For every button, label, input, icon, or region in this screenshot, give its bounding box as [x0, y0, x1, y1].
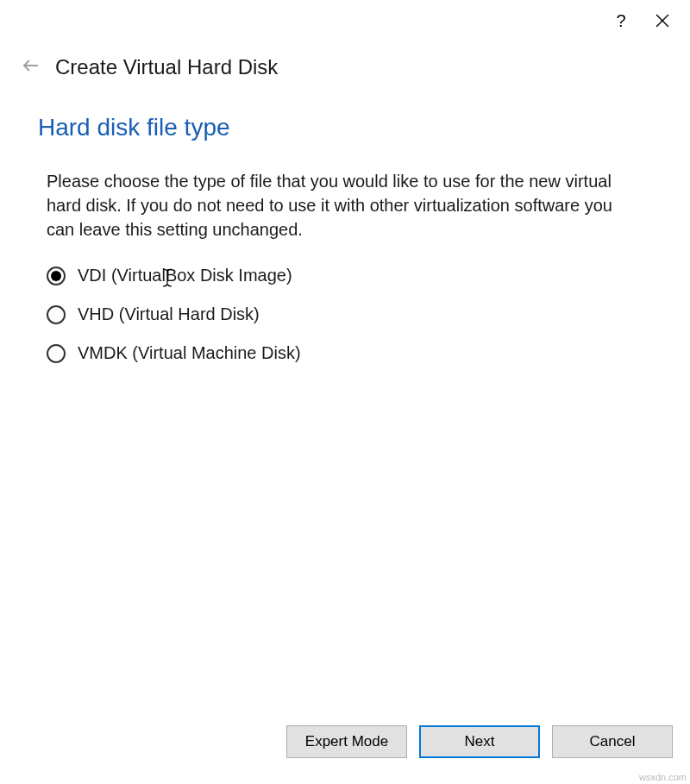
button-bar: Expert Mode Next Cancel	[286, 717, 673, 767]
section-title: Hard disk file type	[38, 114, 649, 141]
radio-indicator	[47, 305, 66, 324]
wizard-content: Hard disk file type Please choose the ty…	[0, 79, 690, 363]
close-button[interactable]	[642, 3, 683, 38]
wizard-header: Create Virtual Hard Disk	[0, 41, 690, 79]
radio-option-vhd[interactable]: VHD (Virtual Hard Disk)	[47, 304, 649, 324]
radio-indicator	[47, 344, 66, 363]
radio-option-vdi[interactable]: VDI (VirtualBox Disk Image)	[47, 266, 649, 285]
radio-label: VDI (VirtualBox Disk Image)	[78, 266, 292, 285]
titlebar: ?	[0, 0, 690, 41]
watermark: wsxdn.com	[639, 772, 687, 782]
help-button[interactable]: ?	[600, 3, 642, 38]
back-arrow-icon	[21, 55, 41, 76]
help-icon: ?	[616, 11, 625, 31]
back-button[interactable]	[21, 55, 41, 79]
file-type-radio-group: VDI (VirtualBox Disk Image) VHD (Virtual…	[38, 266, 649, 363]
radio-indicator	[47, 267, 66, 285]
radio-label: VMDK (Virtual Machine Disk)	[78, 343, 301, 363]
close-icon	[656, 14, 669, 28]
wizard-title: Create Virtual Hard Disk	[55, 55, 278, 79]
radio-label: VHD (Virtual Hard Disk)	[78, 304, 260, 324]
instruction-text: Please choose the type of file that you …	[38, 169, 649, 241]
expert-mode-button[interactable]: Expert Mode	[286, 725, 407, 758]
next-button[interactable]: Next	[419, 725, 540, 758]
cancel-button[interactable]: Cancel	[552, 725, 673, 758]
radio-option-vmdk[interactable]: VMDK (Virtual Machine Disk)	[47, 343, 649, 363]
